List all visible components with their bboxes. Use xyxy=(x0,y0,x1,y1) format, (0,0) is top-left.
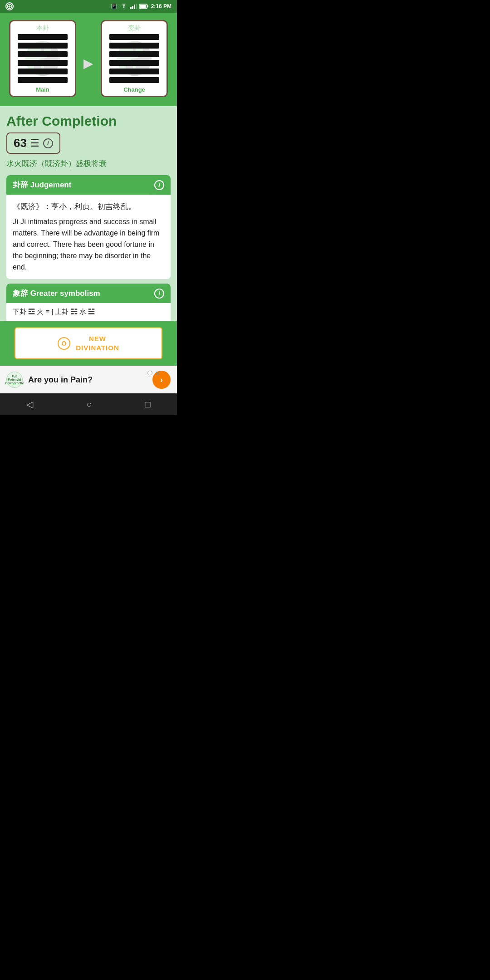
svg-rect-9 xyxy=(147,5,148,8)
judgement-chinese: 《既济》：亨小，利贞。初吉终乱。 xyxy=(13,201,164,213)
ad-info-icon[interactable]: ⓘ xyxy=(147,370,152,377)
nav-recent-button[interactable]: □ xyxy=(145,399,150,410)
arrow-icon: ▶ xyxy=(83,56,93,71)
greater-symbolism-partial-text: 下卦 ☲ 火 ≡ | 上卦 ☵ 水 ☱ xyxy=(13,308,95,316)
change-hex-lines xyxy=(109,34,159,83)
ad-logo-image: Full PotentialChiropractic xyxy=(6,372,23,388)
signal-icon xyxy=(130,4,137,9)
change-hex-english-label: Change xyxy=(123,86,145,93)
greater-symbolism-label: 象辞 Greater symbolism xyxy=(13,288,100,299)
svg-rect-6 xyxy=(136,4,137,9)
main-hex-lines xyxy=(18,34,68,83)
status-right: 📳 2:16 PM xyxy=(111,3,172,10)
judgement-body: 《既济》：亨小，利贞。初吉终乱。 Jì Jì intimates progres… xyxy=(6,195,171,279)
change-hex-chinese-label: 变卦 xyxy=(128,24,141,32)
change-line-5 xyxy=(109,43,159,49)
change-line-1 xyxy=(109,77,159,83)
greater-symbolism-partial-body: 下卦 ☲ 火 ≡ | 上卦 ☵ 水 ☱ xyxy=(6,303,171,321)
ad-close-icon[interactable]: ✕ xyxy=(155,370,161,377)
page-title: After Completion xyxy=(6,113,171,129)
judgement-header: 卦辞 Judgement i xyxy=(6,175,171,195)
ad-logo: Full PotentialChiropractic xyxy=(6,372,23,388)
status-left xyxy=(5,2,14,10)
button-area: NEW DIVINATION xyxy=(0,321,177,366)
info-button[interactable]: i xyxy=(43,138,53,148)
main-hexagram-card[interactable]: 本卦 Main xyxy=(9,20,76,97)
change-line-2 xyxy=(109,69,159,74)
divination-btn-inner-circle xyxy=(62,341,66,346)
main-line-4 xyxy=(18,51,68,57)
judgement-card: 卦辞 Judgement i 《既济》：亨小，利贞。初吉终乱。 Jì Jì in… xyxy=(6,175,171,279)
hexagram-area: 本卦 Main ▶ 变卦 xyxy=(0,13,177,106)
judgement-english: Jì Jì intimates progress and success in … xyxy=(13,216,164,273)
status-bar: 📳 2:16 PM xyxy=(0,0,177,13)
svg-rect-8 xyxy=(140,5,146,8)
svg-rect-4 xyxy=(132,6,133,9)
change-hexagram-card[interactable]: 变卦 Change xyxy=(101,20,168,97)
divination-btn-text: NEW DIVINATION xyxy=(76,334,119,352)
vibrate-icon: 📳 xyxy=(111,3,118,10)
app-icon xyxy=(5,2,14,10)
svg-rect-5 xyxy=(134,5,135,9)
main-hex-english-label: Main xyxy=(36,86,49,93)
change-line-4 xyxy=(109,51,159,57)
greater-symbolism-header: 象辞 Greater symbolism i xyxy=(6,284,171,303)
ad-text: Are you in Pain? xyxy=(28,375,147,385)
main-line-6 xyxy=(18,34,68,40)
divination-btn-icon xyxy=(58,337,70,350)
subtitle-chinese: 水火既济（既济卦）盛极将衰 xyxy=(6,158,171,169)
change-line-3 xyxy=(109,60,159,66)
time-display: 2:16 PM xyxy=(151,3,172,10)
content-area: After Completion 63 ☰ i 水火既济（既济卦）盛极将衰 卦辞… xyxy=(0,106,177,321)
hex-number: 63 xyxy=(14,136,27,150)
greater-symbolism-card: 象辞 Greater symbolism i 下卦 ☲ 火 ≡ | 上卦 ☵ 水… xyxy=(6,284,171,321)
nav-home-button[interactable]: ○ xyxy=(86,399,92,410)
battery-icon xyxy=(139,4,148,9)
new-divination-button[interactable]: NEW DIVINATION xyxy=(15,327,162,359)
ad-banner[interactable]: Full PotentialChiropractic Are you in Pa… xyxy=(0,366,177,393)
trigram-icon: ☰ xyxy=(30,137,39,149)
nav-back-button[interactable]: ◁ xyxy=(26,399,33,410)
main-line-5 xyxy=(18,43,68,49)
main-line-2 xyxy=(18,69,68,74)
hex-number-box[interactable]: 63 ☰ i xyxy=(6,132,60,154)
main-line-3 xyxy=(18,60,68,66)
svg-rect-3 xyxy=(130,7,132,9)
greater-symbolism-info-button[interactable]: i xyxy=(154,289,164,299)
wifi-icon xyxy=(120,4,127,9)
main-hex-chinese-label: 本卦 xyxy=(36,24,49,32)
change-line-6 xyxy=(109,34,159,40)
judgement-header-label: 卦辞 Judgement xyxy=(13,180,71,190)
main-line-1 xyxy=(18,77,68,83)
nav-bar: ◁ ○ □ xyxy=(0,393,177,415)
judgement-info-button[interactable]: i xyxy=(154,180,164,190)
